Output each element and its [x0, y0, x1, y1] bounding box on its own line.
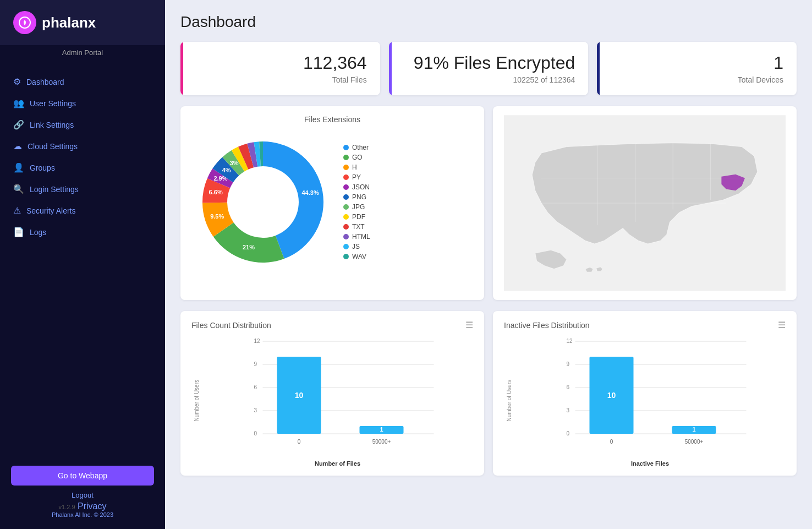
charts-row-1: Files Extensions 44.3%21%9.5%6.6%2.9%4%3… — [180, 106, 797, 300]
inactive-files-chart-inner: 12 9 6 3 0 10 1 0 — [514, 335, 786, 467]
map-card — [493, 106, 797, 300]
sidebar-footer: Go to Webapp Logout v1.2.9 Privacy Phala… — [0, 455, 165, 529]
bar-charts-row: Files Count Distribution ☰ Number of Use… — [180, 311, 797, 476]
total-devices-value: 1 — [610, 53, 783, 73]
legend-item: JS — [343, 243, 370, 250]
svg-text:1: 1 — [380, 426, 383, 433]
sidebar-item-cloud-settings[interactable]: ☁ Cloud Settings — [0, 135, 165, 157]
logo-text: phalanx — [42, 14, 96, 31]
sidebar-header: phalanx — [0, 0, 165, 45]
logo-icon — [13, 11, 36, 34]
privacy-link[interactable]: Privacy — [78, 501, 106, 511]
svg-text:12: 12 — [254, 338, 261, 344]
cloud-icon: ☁ — [13, 141, 22, 151]
svg-text:9.5%: 9.5% — [210, 213, 224, 220]
files-count-chart-area: Number of Users 12 9 6 3 0 — [191, 335, 473, 467]
svg-text:0: 0 — [610, 439, 613, 445]
alert-icon: ⚠ — [13, 205, 21, 216]
files-count-x-label: Number of Files — [202, 460, 473, 467]
legend-item: JSON — [343, 183, 370, 191]
sidebar-item-groups[interactable]: 👤 Groups — [0, 157, 165, 178]
svg-text:10: 10 — [607, 391, 616, 400]
legend-item: WAV — [343, 253, 370, 260]
legend-item: JPG — [343, 203, 370, 211]
legend-item: GO — [343, 154, 370, 161]
svg-text:4%: 4% — [222, 167, 231, 173]
files-count-chart-inner: 12 9 6 3 0 10 — [202, 335, 473, 467]
sidebar-item-label: Logs — [30, 228, 46, 237]
svg-text:10: 10 — [295, 391, 304, 400]
groups-icon: 👤 — [13, 162, 24, 173]
main-content: Dashboard 112,364 Total Files 91% Files … — [165, 0, 812, 529]
svg-text:6.6%: 6.6% — [209, 189, 223, 195]
logs-icon: 📄 — [13, 227, 24, 237]
sidebar-item-user-settings[interactable]: 👥 User Settings — [0, 92, 165, 114]
svg-text:3%: 3% — [230, 160, 239, 166]
donut-chart-svg: 44.3%21%9.5%6.6%2.9%4%3% — [191, 130, 334, 274]
files-count-chart-card: Files Count Distribution ☰ Number of Use… — [180, 311, 484, 476]
version-text: v1.2.9 — [59, 504, 75, 510]
files-encrypted-label: 102252 of 112364 — [402, 75, 575, 84]
inactive-files-chart-card: Inactive Files Distribution ☰ Number of … — [493, 311, 797, 476]
svg-text:21%: 21% — [243, 244, 255, 250]
legend-item: TXT — [343, 223, 370, 231]
stat-cards: 112,364 Total Files 91% Files Encrypted … — [180, 42, 797, 95]
files-encrypted-value: 91% Files Encrypted — [402, 53, 575, 73]
sidebar-item-security-alerts[interactable]: ⚠ Security Alerts — [0, 200, 165, 221]
inactive-files-header: Inactive Files Distribution ☰ — [504, 320, 786, 330]
usa-map — [504, 115, 786, 291]
sidebar-item-label: Dashboard — [26, 78, 64, 86]
svg-text:3: 3 — [567, 407, 570, 413]
link-icon: 🔗 — [13, 119, 24, 130]
sidebar-item-label: Groups — [30, 163, 55, 172]
inactive-files-y-label: Number of Users — [504, 380, 512, 422]
login-icon: 🔍 — [13, 184, 24, 194]
usa-map-svg — [504, 115, 786, 291]
svg-text:0: 0 — [254, 430, 257, 437]
inactive-files-svg: 12 9 6 3 0 10 1 0 — [514, 335, 786, 456]
svg-text:50000+: 50000+ — [685, 439, 704, 445]
stat-card-files-encrypted: 91% Files Encrypted 102252 of 112364 — [389, 42, 589, 95]
svg-text:44.3%: 44.3% — [301, 189, 319, 196]
total-files-label: Total Files — [194, 75, 367, 84]
dashboard-icon: ⚙ — [13, 77, 21, 87]
sidebar: phalanx Admin Portal ⚙ Dashboard 👥 User … — [0, 0, 165, 529]
legend-list: OtherGOHPYJSONPNGJPGPDFTXTHTMLJSWAV — [343, 144, 370, 260]
go-webapp-button[interactable]: Go to Webapp — [11, 466, 154, 486]
inactive-files-menu-icon[interactable]: ☰ — [778, 320, 786, 330]
sidebar-nav: ⚙ Dashboard 👥 User Settings 🔗 Link Setti… — [0, 66, 165, 455]
total-files-value: 112,364 — [194, 53, 367, 73]
inactive-files-chart-area: Number of Users 12 9 6 3 0 10 — [504, 335, 786, 467]
sidebar-item-label: User Settings — [30, 99, 76, 108]
files-count-y-label: Number of Users — [191, 380, 200, 422]
svg-text:0: 0 — [567, 430, 570, 437]
svg-text:1: 1 — [692, 426, 695, 433]
svg-text:6: 6 — [567, 384, 570, 390]
sidebar-item-logs[interactable]: 📄 Logs — [0, 221, 165, 243]
sidebar-item-label: Login Settings — [30, 185, 79, 194]
page-title: Dashboard — [180, 13, 797, 31]
files-count-menu-icon[interactable]: ☰ — [465, 320, 473, 330]
svg-text:3: 3 — [254, 407, 257, 413]
admin-portal-label: Admin Portal — [0, 45, 165, 66]
legend-item: PDF — [343, 213, 370, 221]
legend-item: H — [343, 163, 370, 171]
legend-item: PY — [343, 173, 370, 181]
legend-item: Other — [343, 144, 370, 151]
svg-text:0: 0 — [298, 439, 301, 445]
sidebar-item-label: Cloud Settings — [28, 142, 78, 151]
version-privacy: v1.2.9 Privacy — [11, 501, 154, 511]
inactive-files-x-label: Inactive Files — [514, 460, 786, 467]
inactive-files-title: Inactive Files Distribution — [504, 321, 590, 330]
legend-item: HTML — [343, 233, 370, 241]
total-devices-label: Total Devices — [610, 75, 783, 84]
user-settings-icon: 👥 — [13, 98, 24, 108]
sidebar-item-dashboard[interactable]: ⚙ Dashboard — [0, 71, 165, 92]
sidebar-item-link-settings[interactable]: 🔗 Link Settings — [0, 114, 165, 135]
sidebar-item-label: Security Alerts — [26, 206, 75, 215]
logout-link[interactable]: Logout — [11, 491, 154, 499]
sidebar-item-login-settings[interactable]: 🔍 Login Settings — [0, 178, 165, 200]
files-extensions-card: Files Extensions 44.3%21%9.5%6.6%2.9%4%3… — [180, 106, 484, 300]
svg-text:12: 12 — [567, 338, 573, 344]
sidebar-item-label: Link Settings — [30, 121, 74, 129]
